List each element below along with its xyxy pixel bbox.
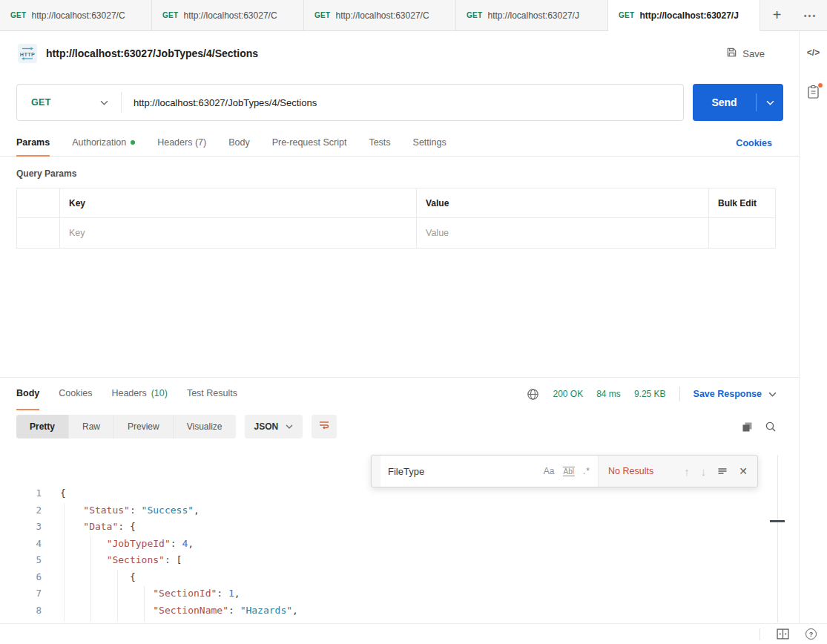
code-value: { — [130, 571, 136, 582]
request-tab[interactable]: GEThttp://localhost:63027/C — [304, 0, 456, 31]
code-indent — [60, 554, 107, 565]
http-request-icon: HTTP — [18, 44, 37, 63]
chevron-down-icon — [100, 100, 108, 105]
view-mode-switcher: Pretty Raw Preview Visualize — [16, 415, 236, 438]
tab-settings[interactable]: Settings — [413, 130, 447, 157]
method-label: GET — [31, 97, 51, 108]
headers-count: (10) — [151, 388, 168, 398]
save-button[interactable]: Save — [726, 47, 765, 60]
find-input[interactable]: FileType Aa Abl .* — [380, 456, 599, 487]
view-preview-button[interactable]: Preview — [114, 415, 174, 438]
row-select-column — [17, 188, 60, 217]
word-wrap-icon — [318, 419, 330, 434]
code-text: "Sections": [ — [42, 552, 182, 569]
network-globe-icon[interactable] — [527, 388, 539, 401]
code-text: "Status": "Success", — [42, 502, 200, 519]
code-separator: : — [165, 554, 177, 565]
request-tab[interactable]: GEThttp://localhost:63027/J — [608, 0, 760, 31]
code-punctuation: , — [292, 605, 298, 616]
wrap-lines-button[interactable] — [312, 415, 337, 438]
bulk-edit-button[interactable]: Bulk Edit — [709, 188, 775, 217]
code-separator: : — [130, 505, 142, 516]
line-number: 7 — [0, 585, 42, 602]
request-tab[interactable]: GEThttp://localhost:63027/J — [456, 0, 608, 31]
method-badge: GET — [467, 11, 482, 19]
tab-headers[interactable]: Headers (7) — [157, 130, 206, 157]
response-tab-test-results[interactable]: Test Results — [187, 378, 237, 410]
response-tab-body[interactable]: Body — [16, 378, 39, 410]
response-panel: Body Cookies Headers (10) Test Results — [0, 377, 799, 623]
response-tab-cookies[interactable]: Cookies — [59, 378, 92, 410]
chevron-down-icon — [768, 392, 777, 397]
request-tab[interactable]: GEThttp://localhost:63027/C — [0, 0, 152, 31]
tab-url-label: http://localhost:63027/J — [639, 10, 738, 21]
key-input[interactable]: Key — [60, 218, 417, 248]
comments-panel-icon[interactable] — [807, 85, 820, 102]
find-in-response-bar: FileType Aa Abl .* No Results ↑ ↓ ✕ — [371, 455, 758, 487]
code-line: 2 "Status": "Success", — [0, 502, 799, 519]
copy-icon[interactable] — [742, 421, 753, 433]
status-badge: 200 OK — [553, 389, 583, 399]
previous-match-icon[interactable]: ↑ — [684, 465, 690, 478]
cookies-link[interactable]: Cookies — [736, 130, 772, 156]
search-icon[interactable] — [765, 421, 777, 433]
code-punctuation: , — [188, 538, 194, 549]
view-pretty-button[interactable]: Pretty — [16, 415, 69, 438]
request-tab-bar: GEThttp://localhost:63027/CGEThttp://loc… — [0, 0, 827, 31]
line-number: 2 — [0, 502, 42, 519]
code-key: "SectionName" — [153, 605, 228, 616]
tab-body[interactable]: Body — [228, 130, 250, 157]
send-options-chevron-icon[interactable] — [757, 100, 783, 105]
response-time: 84 ms — [596, 389, 621, 399]
code-separator: : — [118, 521, 130, 532]
regex-icon[interactable]: .* — [583, 466, 590, 476]
svg-text:HTTP: HTTP — [20, 51, 35, 58]
tab-authorization[interactable]: Authorization — [72, 130, 135, 157]
code-line: 8 "SectionName": "Hazards", — [0, 602, 799, 620]
right-sidebar: </> — [799, 31, 827, 623]
save-response-button[interactable]: Save Response — [693, 389, 777, 399]
save-response-label: Save Response — [693, 389, 762, 399]
code-text: { — [42, 485, 66, 502]
code-indent — [60, 605, 153, 616]
code-snippet-icon[interactable]: </> — [807, 47, 820, 58]
response-size: 9.25 KB — [634, 389, 666, 399]
whole-word-icon[interactable]: Abl — [563, 467, 575, 476]
tab-authorization-label: Authorization — [72, 137, 126, 148]
code-line: 1{ — [0, 485, 799, 502]
next-match-icon[interactable]: ↓ — [701, 465, 707, 478]
view-raw-button[interactable]: Raw — [69, 415, 114, 438]
tab-prerequest-script[interactable]: Pre-request Script — [272, 130, 347, 157]
help-icon[interactable]: ? — [805, 628, 817, 640]
line-number: 4 — [0, 536, 42, 553]
tab-options-icon[interactable]: ••• — [794, 0, 827, 31]
console-panel-icon[interactable] — [777, 628, 789, 640]
tab-tests[interactable]: Tests — [369, 130, 390, 157]
find-options-icon[interactable] — [717, 466, 728, 476]
view-visualize-button[interactable]: Visualize — [174, 415, 236, 438]
method-badge: GET — [10, 11, 26, 19]
divider — [679, 387, 680, 401]
value-input[interactable]: Value — [417, 218, 709, 248]
format-dropdown[interactable]: JSON — [245, 415, 303, 438]
code-separator: : — [217, 588, 228, 599]
tab-params[interactable]: Params — [16, 130, 50, 157]
close-icon[interactable]: ✕ — [739, 465, 748, 477]
response-tab-headers[interactable]: Headers (10) — [111, 378, 167, 410]
code-value: { — [130, 521, 136, 532]
bottom-status-bar: ? — [0, 623, 827, 644]
request-tab[interactable]: GEThttp://localhost:63027/C — [152, 0, 304, 31]
indent-guide — [90, 536, 91, 622]
tab-url-label: http://localhost:63027/C — [31, 10, 125, 21]
code-text: "Data": { — [42, 519, 136, 536]
match-case-icon[interactable]: Aa — [544, 466, 555, 476]
code-lines: 1{2 "Status": "Success",3 "Data": {4 "Jo… — [0, 485, 799, 619]
send-button[interactable]: Send — [693, 84, 783, 121]
url-input[interactable]: http://localhost:63027/JobTypes/4/Sectio… — [122, 97, 317, 108]
scrollbar-thumb[interactable] — [770, 520, 785, 522]
save-label: Save — [742, 48, 765, 59]
new-tab-button[interactable]: + — [760, 0, 794, 31]
method-dropdown[interactable]: GET — [17, 97, 121, 108]
code-indent — [60, 588, 153, 599]
bulk-edit-spacer — [709, 218, 775, 248]
